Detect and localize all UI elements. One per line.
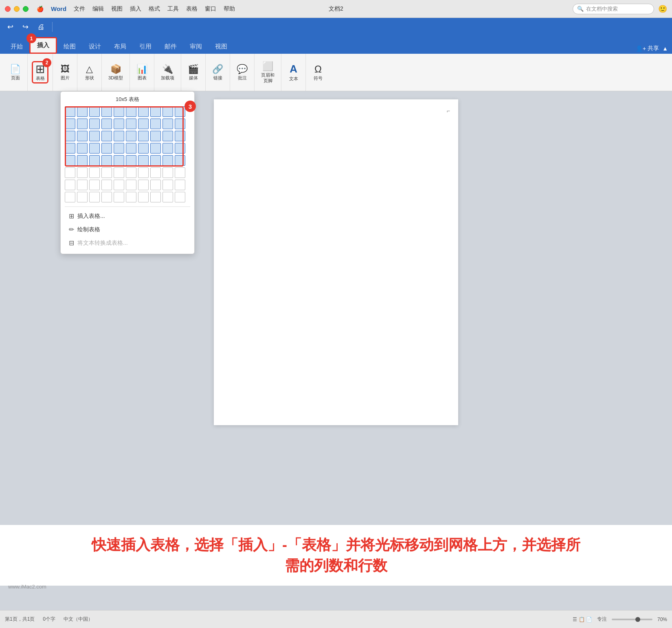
table-cell[interactable] [114, 131, 124, 141]
table-cell[interactable] [89, 192, 100, 202]
document-page[interactable]: ⌐ [214, 99, 458, 425]
table-cell[interactable] [126, 180, 136, 190]
shapes-button[interactable]: △ 形状 [83, 63, 97, 82]
table-cell[interactable] [138, 180, 149, 190]
tab-draw[interactable]: 绘图 [57, 40, 82, 54]
table-cell[interactable] [150, 192, 161, 202]
table-cell[interactable] [89, 180, 100, 190]
tab-review[interactable]: 审阅 [183, 40, 209, 54]
table-cell[interactable] [163, 143, 173, 154]
table-cell[interactable] [126, 131, 136, 141]
table-menu-item[interactable]: 表格 [186, 5, 198, 13]
table-cell[interactable] [175, 106, 185, 117]
table-cell[interactable] [150, 180, 161, 190]
table-cell[interactable] [77, 106, 88, 117]
table-cell[interactable] [114, 119, 124, 129]
window-menu-item[interactable]: 窗口 [205, 5, 216, 13]
addins-button[interactable]: 🔌 加载项 [158, 63, 177, 82]
table-cell[interactable] [101, 167, 112, 178]
table-cell[interactable] [175, 167, 185, 178]
table-cell[interactable] [65, 167, 75, 178]
tab-start[interactable]: 开始 [4, 40, 29, 54]
format-menu-item[interactable]: 格式 [149, 5, 160, 13]
tab-mailings[interactable]: 邮件 [158, 40, 183, 54]
table-cell[interactable] [65, 106, 75, 117]
table-cell[interactable] [65, 143, 75, 154]
comment-button[interactable]: 💬 批注 [234, 63, 250, 82]
table-cell[interactable] [150, 131, 161, 141]
table-cell[interactable] [101, 155, 112, 166]
table-cell[interactable] [163, 167, 173, 178]
table-cell[interactable] [163, 155, 173, 166]
table-cell[interactable] [175, 143, 185, 154]
collapse-ribbon-button[interactable]: ▲ [662, 45, 668, 52]
table-cell[interactable] [65, 180, 75, 190]
table-cell[interactable] [77, 180, 88, 190]
table-cell[interactable] [101, 131, 112, 141]
table-cell[interactable] [77, 155, 88, 166]
3d-button[interactable]: 📦 3D模型 [106, 63, 125, 82]
table-cell[interactable] [89, 167, 100, 178]
table-cell[interactable] [65, 119, 75, 129]
table-cell[interactable] [150, 119, 161, 129]
table-cell[interactable] [175, 131, 185, 141]
table-cell[interactable] [77, 167, 88, 178]
table-cell[interactable] [163, 192, 173, 202]
table-cell[interactable] [163, 131, 173, 141]
table-cell[interactable] [138, 155, 149, 166]
table-cell[interactable] [175, 119, 185, 129]
insert-table-item[interactable]: ⊞ 插入表格... [65, 209, 190, 223]
help-menu-item[interactable]: 帮助 [224, 5, 235, 13]
redo-button[interactable]: ↪ [19, 21, 32, 33]
word-menu-item[interactable]: Word [51, 5, 66, 12]
table-cell[interactable] [101, 180, 112, 190]
table-cell[interactable] [163, 180, 173, 190]
view-menu-item[interactable]: 视图 [111, 5, 123, 13]
table-cell[interactable] [150, 106, 161, 117]
table-cell[interactable] [126, 106, 136, 117]
tab-design[interactable]: 设计 [82, 40, 108, 54]
table-cell[interactable] [77, 131, 88, 141]
table-cell[interactable] [101, 192, 112, 202]
table-cell[interactable] [65, 155, 75, 166]
pictures-button[interactable]: 🖼 图片 [58, 63, 72, 82]
apple-menu[interactable]: 🍎 [37, 6, 44, 12]
headerfooter-button[interactable]: ⬜ 页眉和页脚 [259, 60, 277, 84]
table-cell[interactable] [89, 143, 100, 154]
file-menu-item[interactable]: 文件 [74, 5, 85, 13]
table-button[interactable]: ⊞ 表格 2 [32, 61, 48, 83]
tab-references[interactable]: 引用 [133, 40, 158, 54]
table-grid[interactable] [65, 106, 190, 203]
page-button[interactable]: 📄 页面 [7, 63, 23, 82]
table-cell[interactable] [138, 143, 149, 154]
table-cell[interactable] [126, 143, 136, 154]
table-cell[interactable] [114, 180, 124, 190]
table-cell[interactable] [175, 155, 185, 166]
table-cell[interactable] [138, 167, 149, 178]
share-button[interactable]: 👤+ 共享 [636, 45, 659, 52]
table-cell[interactable] [89, 106, 100, 117]
table-cell[interactable] [175, 180, 185, 190]
table-cell[interactable] [114, 143, 124, 154]
table-cell[interactable] [163, 119, 173, 129]
zoom-slider[interactable] [612, 619, 652, 620]
table-cell[interactable] [150, 167, 161, 178]
minimize-button[interactable] [14, 6, 20, 12]
focus-mode-label[interactable]: 专注 [597, 616, 607, 623]
table-cell[interactable] [150, 155, 161, 166]
insert-menu-item[interactable]: 插入 [130, 5, 141, 13]
tab-insert[interactable]: 插入 1 [29, 37, 57, 54]
table-cell[interactable] [77, 143, 88, 154]
table-cell[interactable] [126, 192, 136, 202]
account-icon[interactable]: 🙂 [658, 4, 667, 13]
undo-button[interactable]: ↩ [4, 21, 17, 33]
table-cell[interactable] [163, 106, 173, 117]
table-cell[interactable] [101, 143, 112, 154]
draw-table-item[interactable]: ✏ 绘制表格 [65, 223, 190, 236]
chart-button[interactable]: 📊 图表 [134, 63, 150, 82]
table-cell[interactable] [138, 106, 149, 117]
symbol-button[interactable]: Ω 符号 [311, 62, 325, 82]
table-cell[interactable] [138, 131, 149, 141]
table-cell[interactable] [126, 155, 136, 166]
table-cell[interactable] [77, 119, 88, 129]
